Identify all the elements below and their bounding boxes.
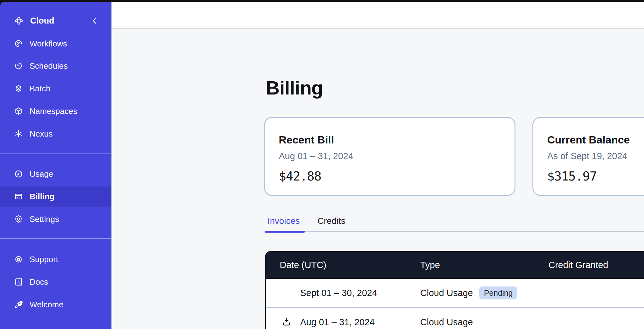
column-header-type: Type [420, 260, 440, 270]
sidebar-item-label: Welcome [30, 300, 63, 310]
download-invoice-button[interactable] [282, 317, 292, 327]
invoice-date: Aug 01 – 31, 2024 [300, 317, 375, 327]
docs-book-icon [14, 277, 23, 287]
tabs-baseline [265, 231, 644, 232]
sidebar-item-batch[interactable]: Batch [0, 78, 111, 99]
recent-bill-period: Aug 01 – 31, 2024 [279, 151, 501, 161]
namespaces-icon [14, 106, 23, 116]
table-header-row: Date (UTC) Type Credit Granted [266, 252, 644, 279]
sidebar-item-label: Batch [30, 84, 51, 94]
invoice-type-cell: Cloud Usage Pending [420, 287, 517, 299]
sidebar: Cloud Workflows Schedules [0, 2, 112, 329]
sidebar-item-nexus[interactable]: Nexus [0, 124, 111, 144]
temporal-logo-icon [14, 16, 24, 26]
schedules-icon [14, 61, 23, 71]
workflows-icon [14, 39, 23, 48]
tab-invoices[interactable]: Invoices [267, 216, 300, 226]
recent-bill-title: Recent Bill [279, 133, 501, 146]
sidebar-item-workflows[interactable]: Workflows [0, 34, 111, 54]
billing-icon [14, 192, 23, 201]
sidebar-item-label: Namespaces [30, 106, 77, 116]
sidebar-divider [0, 154, 111, 154]
tab-credits[interactable]: Credits [317, 216, 345, 226]
current-balance-amount: $315.97 [547, 170, 644, 183]
sidebar-item-support[interactable]: Support [0, 249, 111, 269]
sidebar-item-billing[interactable]: Billing [0, 186, 111, 207]
current-balance-card: Current Balance As of Sept 19, 2024 $315… [532, 117, 644, 196]
invoice-type: Cloud Usage [420, 317, 473, 327]
sidebar-item-label: Nexus [30, 129, 53, 139]
sidebar-item-schedules[interactable]: Schedules [0, 56, 111, 76]
table-row: Aug 01 – 31, 2024 Cloud Usage [266, 308, 644, 329]
status-badge: Pending [479, 287, 518, 299]
sidebar-item-label: Workflows [30, 39, 67, 49]
sidebar-collapse-button[interactable] [91, 16, 99, 25]
download-icon [282, 317, 292, 327]
usage-icon [14, 169, 23, 179]
gear-icon [14, 214, 23, 224]
invoice-type: Cloud Usage [420, 288, 473, 298]
sidebar-item-label: Docs [30, 277, 48, 287]
current-balance-title: Current Balance [547, 133, 644, 146]
table-row: Sept 01 – 30, 2024 Cloud Usage Pending [266, 279, 644, 307]
nexus-icon [14, 129, 23, 138]
batch-icon [14, 84, 23, 93]
sidebar-divider [0, 238, 111, 239]
invoice-type-cell: Cloud Usage [420, 317, 473, 327]
sidebar-item-label: Cloud [30, 16, 54, 26]
sidebar-item-namespaces[interactable]: Namespaces [0, 101, 111, 121]
invoice-date: Sept 01 – 30, 2024 [300, 288, 377, 298]
sidebar-item-settings[interactable]: Settings [0, 209, 111, 229]
sidebar-item-label: Usage [30, 169, 53, 179]
lifebuoy-icon [14, 255, 23, 264]
sidebar-item-label: Schedules [30, 61, 68, 71]
chevron-left-icon [91, 16, 99, 25]
sidebar-item-label: Support [30, 255, 58, 264]
column-header-date: Date (UTC) [280, 260, 326, 270]
invoices-table: Date (UTC) Type Credit Granted Sept 01 –… [265, 251, 644, 329]
recent-bill-card: Recent Bill Aug 01 – 31, 2024 $42.88 [264, 117, 515, 196]
rocket-icon [14, 300, 23, 309]
topbar [112, 2, 644, 29]
sidebar-item-label: Settings [30, 214, 59, 224]
page-title: Billing [266, 75, 323, 100]
sidebar-item-usage[interactable]: Usage [0, 164, 111, 184]
app-window: Cloud Workflows Schedules [0, 2, 644, 329]
sidebar-item-welcome[interactable]: Welcome [0, 294, 111, 315]
tab-active-indicator [265, 231, 305, 233]
current-balance-as-of: As of Sept 19, 2024 [547, 151, 644, 161]
sidebar-item-docs[interactable]: Docs [0, 272, 111, 292]
recent-bill-amount: $42.88 [279, 170, 501, 183]
column-header-credit-granted: Credit Granted [548, 260, 608, 270]
sidebar-item-label: Billing [30, 192, 54, 202]
